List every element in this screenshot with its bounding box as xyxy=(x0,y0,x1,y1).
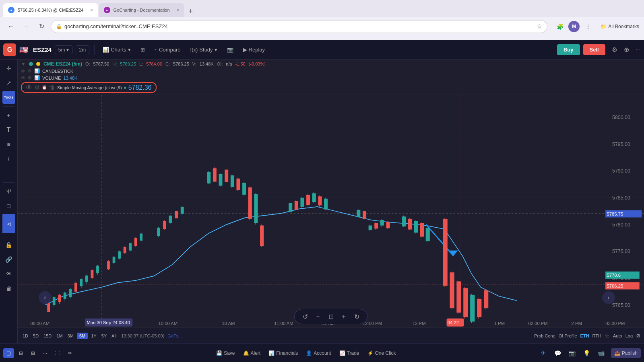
scroll-right-button[interactable]: › xyxy=(602,291,615,304)
telegram-icon[interactable]: ✈ xyxy=(537,347,550,360)
layers-icon[interactable]: ⊕ xyxy=(624,46,629,53)
prob-cone-button[interactable]: Prob Cone xyxy=(534,333,555,338)
eye-indicator-3[interactable]: 👁 xyxy=(26,84,32,91)
alert-button[interactable]: 🔔 Alert xyxy=(240,348,264,358)
settings-indicator-1[interactable]: ⚙ xyxy=(28,68,32,74)
period-5y[interactable]: 5Y xyxy=(100,333,108,339)
discord-icon[interactable]: 💬 xyxy=(551,347,564,360)
period-all[interactable]: All xyxy=(110,333,118,339)
trade-button[interactable]: 📈 Trade xyxy=(336,348,363,358)
lock-icon[interactable]: 🔒 xyxy=(2,239,15,251)
chart-indicator-2[interactable]: 📊 xyxy=(34,75,40,80)
layout-button[interactable]: ⊞ xyxy=(137,45,148,54)
period-1m[interactable]: 1M xyxy=(55,333,64,339)
period-15d[interactable]: 15D xyxy=(42,333,53,339)
lightbulb-icon[interactable]: 💡 xyxy=(580,347,593,360)
sell-button[interactable]: Sell xyxy=(583,44,605,55)
settings-indicator-2[interactable]: ⚙ xyxy=(28,75,32,80)
link-tool[interactable]: 🔗 xyxy=(2,253,15,266)
goto-button[interactable]: GoTo... xyxy=(167,333,182,338)
bookmark-star[interactable]: ☆ xyxy=(537,23,542,30)
arrow-tool[interactable]: ↗ xyxy=(2,76,15,89)
profile-icon[interactable]: M xyxy=(568,21,580,32)
study-button[interactable]: f(x) Study ▾ xyxy=(187,45,221,54)
active-panel-button[interactable]: ◁ xyxy=(2,214,15,233)
period-1d[interactable]: 1D xyxy=(21,333,30,339)
single-chart-button[interactable]: ▢ xyxy=(3,348,14,358)
star-icon[interactable]: ☆ xyxy=(605,333,610,339)
save-button[interactable]: 💾 Save xyxy=(213,348,238,358)
settings-icon[interactable]: ⚙ xyxy=(612,46,617,53)
active-tab[interactable]: ● 5766.25 (-0.34%) @ CME:ESZ24 × xyxy=(3,3,98,17)
rectangle-tool[interactable]: □ xyxy=(2,200,15,212)
eye-indicator-1[interactable]: 👁 xyxy=(21,69,25,74)
new-tab-button[interactable]: + xyxy=(185,6,196,17)
more-icon[interactable]: ··· xyxy=(636,46,641,53)
chart-settings-icon[interactable]: ⚙ xyxy=(636,333,641,339)
zoom-out-button[interactable]: － xyxy=(312,311,324,322)
zoom-in-button[interactable]: ＋ xyxy=(338,311,349,322)
eye-tool[interactable]: 👁 xyxy=(2,267,15,280)
fibonacci-tool[interactable]: Ψ xyxy=(2,185,15,198)
text-tool[interactable]: T xyxy=(2,123,15,136)
refresh-button[interactable]: ↻ xyxy=(35,21,47,33)
zoom-reset-button[interactable]: ↻ xyxy=(351,311,362,322)
back-button[interactable]: ← xyxy=(5,21,17,33)
measure-tool[interactable]: ≡ xyxy=(2,138,15,151)
buy-button[interactable]: Buy xyxy=(557,44,580,55)
eye-indicator-2[interactable]: 👁 xyxy=(21,76,25,80)
replay-button[interactable]: ▶ Replay xyxy=(240,45,268,54)
extensions-icon[interactable]: 🧩 xyxy=(554,21,566,33)
menu-icon[interactable]: ⋮ xyxy=(582,21,594,33)
screenshot-icon[interactable]: 📷 xyxy=(566,347,579,360)
tools-panel[interactable]: Tools xyxy=(2,91,15,104)
tab-favicon-1: ● xyxy=(8,7,14,13)
timeframe-2m-button[interactable]: 2m xyxy=(76,45,90,54)
publish-button[interactable]: 📤 Publish xyxy=(611,348,641,358)
oi-profile-button[interactable]: OI Profile xyxy=(559,333,577,338)
settings-indicator-3[interactable]: ⚙ xyxy=(34,84,40,91)
video-icon[interactable]: 📹 xyxy=(595,347,608,360)
more-layouts-button[interactable]: ··· xyxy=(40,348,50,358)
period-5d[interactable]: 5D xyxy=(31,333,40,339)
trend-tool[interactable]: / xyxy=(2,152,15,165)
account-button[interactable]: 👤 Account xyxy=(303,348,334,358)
forward-button[interactable]: → xyxy=(20,21,32,33)
period-6m[interactable]: 6M xyxy=(77,333,88,339)
camera-button[interactable]: 📷 xyxy=(224,45,237,54)
period-1y[interactable]: 1Y xyxy=(89,333,98,339)
address-bar[interactable]: 🔒 gocharting.com/terminal?ticker=CME:ESZ… xyxy=(51,20,547,33)
app-logo: G xyxy=(3,43,16,56)
charts-button[interactable]: 📊 Charts ▾ xyxy=(99,45,134,54)
split-v-button[interactable]: ⊞ xyxy=(28,348,38,358)
tab-close-1[interactable]: × xyxy=(90,7,93,13)
tab-close-2[interactable]: × xyxy=(176,7,180,13)
scroll-left-button[interactable]: ‹ xyxy=(39,291,52,304)
one-click-button[interactable]: ⚡ One Click xyxy=(364,348,399,358)
all-bookmarks[interactable]: 📁 All Bookmarks xyxy=(601,24,639,29)
undo-zoom-button[interactable]: ↺ xyxy=(299,311,311,322)
chart-indicator-1[interactable]: 📊 xyxy=(34,68,40,74)
rth-button[interactable]: RTH xyxy=(592,333,601,338)
crosshair-tool[interactable]: + xyxy=(2,109,15,122)
log-button[interactable]: Log xyxy=(625,333,633,338)
alert-indicator-3[interactable]: ⏰ xyxy=(42,85,47,90)
inactive-tab[interactable]: ● GoCharting - Documentation × xyxy=(99,3,184,17)
cursor-tool[interactable]: ✛ xyxy=(2,62,15,75)
auto-button[interactable]: Auto xyxy=(613,333,622,338)
svg-rect-69 xyxy=(236,179,240,190)
trash-tool[interactable]: 🗑 xyxy=(2,282,15,295)
drawing-mode-button[interactable]: ✏ xyxy=(65,348,75,358)
horizontal-line-tool[interactable]: — xyxy=(2,167,15,180)
compare-button[interactable]: ~ Compare xyxy=(151,45,184,54)
fullscreen-button[interactable]: ⛶ xyxy=(52,348,63,358)
trash-indicator-3[interactable]: 🗑 xyxy=(49,84,55,91)
zoom-fit-button[interactable]: ⊡ xyxy=(325,311,336,322)
period-3m[interactable]: 3M xyxy=(66,333,75,339)
timeframe-5m-button[interactable]: 5m ▾ xyxy=(55,45,72,54)
eth-button[interactable]: ETH xyxy=(580,333,589,338)
ohlcv-high: 5789.25 xyxy=(120,62,136,66)
chart-area[interactable]: 5800.00 5795.00 5790.00 5785.00 5780.00 … xyxy=(18,95,644,327)
split-h-button[interactable]: ⊟ xyxy=(16,348,26,358)
financials-button[interactable]: 📊 Financials xyxy=(265,348,301,358)
